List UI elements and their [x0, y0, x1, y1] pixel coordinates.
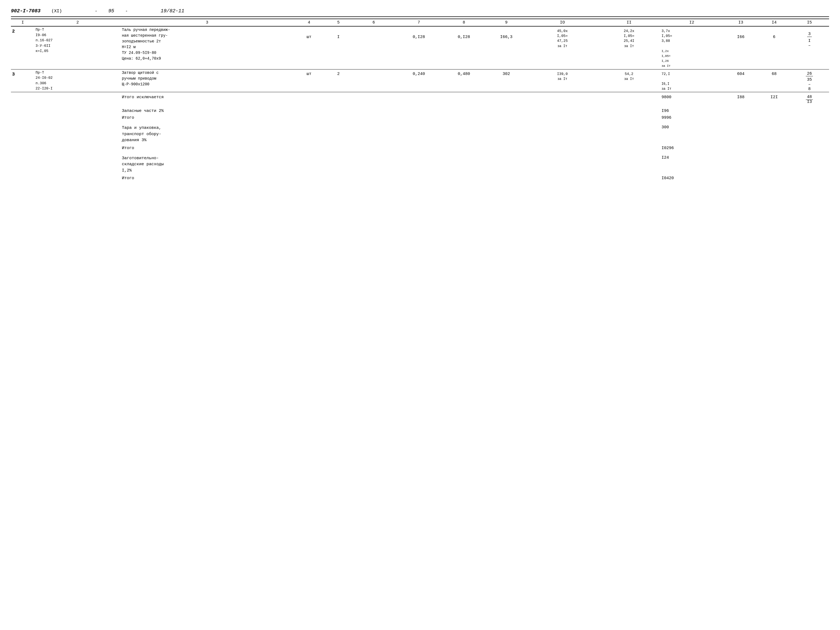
row2-col11: 24,2xI,05=25,4Iза Iт [598, 26, 660, 69]
row2-col6 [352, 26, 395, 69]
note5-col13 [723, 152, 758, 175]
note2-spacer3 [293, 114, 660, 121]
doc-number: 902-I-7083 [11, 8, 41, 14]
note2-label: Итого [121, 114, 293, 121]
note1-col13 [723, 105, 758, 114]
note1-col15 [790, 105, 829, 114]
note4-spacer3 [293, 145, 660, 152]
note3-spacer [11, 121, 35, 145]
note2-col15 [790, 114, 829, 121]
note6-col13 [723, 175, 758, 186]
header-xi: (XI) [51, 9, 62, 14]
row3-col5: 2 [325, 69, 352, 92]
note1-spacer [11, 105, 35, 114]
row2-col10: 45,0xI,05=47,25за Iт [527, 26, 598, 69]
col-head-15: I5 [790, 19, 829, 26]
note3-col12: 300 [660, 121, 723, 145]
note5-col12: I24 [660, 152, 723, 175]
note6-spacer [11, 175, 35, 186]
note4-label: Итого [121, 145, 293, 152]
note6-spacer3 [293, 175, 660, 186]
note3-spacer3 [293, 121, 660, 145]
summary1-col13: I88 [723, 92, 758, 105]
row2-col15: 3 I– [790, 26, 829, 69]
main-table: I 2 3 4 5 6 7 8 9 IO II I2 I3 I4 I5 2 Пр… [11, 19, 829, 186]
note4-col14 [758, 145, 790, 152]
note6-col12: I0420 [660, 175, 723, 186]
header-line: 902-I-7083 (XI) - 95 - 19/82-11 [11, 8, 829, 14]
note-row-2: Итого 9996 [11, 114, 829, 121]
col-head-7: 7 [395, 19, 442, 26]
col-head-11: II [598, 19, 660, 26]
header-dash2: - [125, 9, 128, 14]
row2-col3: Таль ручная передвиж-ная шестеренная гру… [121, 26, 293, 69]
note5-spacer2 [35, 152, 121, 175]
note6-col14 [758, 175, 790, 186]
note5-col14 [758, 152, 790, 175]
col-head-8: 8 [442, 19, 486, 26]
note5-col15 [790, 152, 829, 175]
summary1-c6 [352, 92, 395, 105]
note2-col14 [758, 114, 790, 121]
note3-col14 [758, 121, 790, 145]
summary1-label: Итого исключается [121, 92, 293, 105]
summary1-c7 [395, 92, 442, 105]
col-head-12: I2 [660, 19, 723, 26]
col-head-13: I3 [723, 19, 758, 26]
note2-col13 [723, 114, 758, 121]
summary1-c4 [293, 92, 325, 105]
header-dash1: - [95, 9, 97, 14]
row3-col10: I39,0за Iт [527, 69, 598, 92]
col-head-4: 4 [293, 19, 325, 26]
col-head-9: 9 [486, 19, 527, 26]
col-head-2: 2 [35, 19, 121, 26]
col-head-3: 3 [121, 19, 293, 26]
note2-col12: 9996 [660, 114, 723, 121]
row3-col1: 3 [11, 69, 35, 92]
row2-col12: 3,7xI,05=3,88 I,2xI,05=I,26за Iт [660, 26, 723, 69]
row2-col4: шт [293, 26, 325, 69]
row2-col8: 0,I28 [442, 26, 486, 69]
col-head-6: 6 [352, 19, 395, 26]
row3-col8: 0,480 [442, 69, 486, 92]
row3-col14: 68 [758, 69, 790, 92]
row3-col3: Затвор щитовой сручным приводомЩ-Р-900x1… [121, 69, 293, 92]
summary1-c8 [442, 92, 486, 105]
header-right-ref: 19/82-11 [161, 8, 184, 14]
summary1-spacer [11, 92, 35, 105]
note3-col15 [790, 121, 829, 145]
note4-spacer [11, 145, 35, 152]
note3-col13 [723, 121, 758, 145]
note-row-6: Итого I0420 [11, 175, 829, 186]
summary1-col14: I2I [758, 92, 790, 105]
note6-col15 [790, 175, 829, 186]
row3-col11: 54,2за Iт [598, 69, 660, 92]
row3-col7: 0,240 [395, 69, 442, 92]
note2-spacer [11, 114, 35, 121]
row2-col13: I66 [723, 26, 758, 69]
row3-col15: 26 35–8 [790, 69, 829, 92]
row2-col1: 2 [11, 26, 35, 69]
header-num95: 95 [108, 8, 114, 14]
summary-row-1: Итого исключается 9800 I88 I2I 48 I3 [11, 92, 829, 105]
note5-spacer3 [293, 152, 660, 175]
column-header-row: I 2 3 4 5 6 7 8 9 IO II I2 I3 I4 I5 [11, 19, 829, 26]
summary1-spacer2 [35, 92, 121, 105]
row3-col4: шт [293, 69, 325, 92]
col-head-14: I4 [758, 19, 790, 26]
note6-spacer2 [35, 175, 121, 186]
note1-col12: I96 [660, 105, 723, 114]
note-row-4: Итого I0296 [11, 145, 829, 152]
note2-spacer2 [35, 114, 121, 121]
row2-col14: 6 [758, 26, 790, 69]
data-row-2: 2 Пр-ТI9-06п.16-0273-У-6IIк=I,05 Таль ру… [11, 26, 829, 69]
note4-col12: I0296 [660, 145, 723, 152]
col-head-10: IO [527, 19, 598, 26]
note1-col14 [758, 105, 790, 114]
col-head-5: 5 [325, 19, 352, 26]
row3-col9: 302 [486, 69, 527, 92]
note-row-5: Заготовительно-складские расходыI,2% I24 [11, 152, 829, 175]
row2-col2: Пр-ТI9-06п.16-0273-У-6IIк=I,05 [35, 26, 121, 69]
summary1-c5 [325, 92, 352, 105]
row3-col12: 72,I I6,Iза Iт [660, 69, 723, 92]
